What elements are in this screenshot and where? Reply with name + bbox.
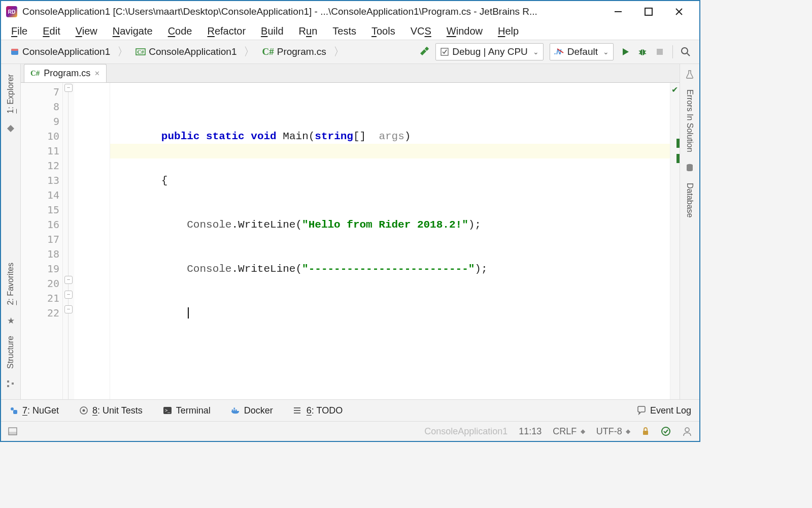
database-tool-button[interactable]: Database xyxy=(685,178,694,223)
dude-icon[interactable] xyxy=(682,426,692,436)
menu-vcs[interactable]: VCS xyxy=(403,23,438,39)
breadcrumb-project-label: ConsoleApplication1 xyxy=(149,46,236,57)
star-icon: ★ xyxy=(6,315,16,326)
svg-line-17 xyxy=(645,53,646,54)
nuget-tool-button[interactable]: 7: NuGet xyxy=(9,405,59,416)
svg-rect-22 xyxy=(7,385,9,387)
svg-rect-18 xyxy=(657,49,663,55)
chevron-right-icon: 〉 xyxy=(117,44,128,59)
svg-rect-8 xyxy=(425,47,429,51)
editor-center: C# Program.cs ✕ 7 8 9 10 11💡 12 13 14 15… xyxy=(21,64,680,399)
build-button[interactable] xyxy=(415,43,432,60)
run-target-dropdown[interactable]: .N Default ⌄ xyxy=(550,43,614,60)
line-number-gutter: 7 8 9 10 11💡 12 13 14 15 16 17 18 19 20 … xyxy=(21,83,63,399)
line-number: 18 xyxy=(21,247,62,262)
structure-tool-button[interactable]: Structure xyxy=(6,331,15,374)
maximize-button[interactable] xyxy=(644,7,654,17)
solution-icon xyxy=(10,47,19,56)
menu-window[interactable]: Window xyxy=(439,23,490,39)
line-number: 21 xyxy=(21,291,62,306)
menu-tests[interactable]: Tests xyxy=(325,23,363,39)
svg-rect-23 xyxy=(12,383,14,385)
svg-rect-9 xyxy=(441,48,448,55)
minimize-button[interactable] xyxy=(613,7,623,17)
code-area[interactable]: public static void Main(string[] args) {… xyxy=(110,83,670,399)
chevron-right-icon: 〉 xyxy=(333,44,345,59)
svg-rect-26 xyxy=(13,410,17,414)
svg-point-19 xyxy=(682,48,688,54)
text-caret xyxy=(188,307,189,319)
menu-refactor[interactable]: Refactor xyxy=(200,23,253,39)
hammer-icon xyxy=(418,46,429,57)
menu-edit[interactable]: Edit xyxy=(36,23,67,39)
line-number: 15 xyxy=(21,203,62,217)
marker[interactable] xyxy=(676,139,680,148)
bug-icon xyxy=(637,47,648,57)
right-tool-rail: Errors In Solution Database xyxy=(680,64,699,399)
database-icon xyxy=(685,163,695,173)
menu-tools[interactable]: Tools xyxy=(364,23,402,39)
breadcrumb-solution[interactable]: ConsoleApplication1 xyxy=(6,44,114,59)
line-number: 13 xyxy=(21,173,62,188)
fold-toggle[interactable]: – xyxy=(64,305,73,313)
menu-help[interactable]: Help xyxy=(491,23,526,39)
play-icon xyxy=(621,47,630,56)
chevron-right-icon: 〉 xyxy=(244,44,255,59)
chevron-down-icon: ⌄ xyxy=(603,48,609,56)
line-number: 16 xyxy=(21,217,62,232)
svg-line-16 xyxy=(639,53,640,54)
line-number: 10 xyxy=(21,129,62,144)
breadcrumb-project[interactable]: C# ConsoleApplication1 xyxy=(131,44,241,59)
toolbar: ConsoleApplication1 〉 C# ConsoleApplicat… xyxy=(1,40,699,64)
left-tool-rail: 1: Explorer 2: Favorites ★ Structure xyxy=(1,64,21,399)
chevron-down-icon: ⌄ xyxy=(533,48,539,56)
line-number: 9 xyxy=(21,114,62,129)
menu-build[interactable]: Build xyxy=(254,23,290,39)
explorer-tool-button[interactable]: 1: Explorer xyxy=(6,69,15,118)
debug-button[interactable] xyxy=(634,43,651,60)
breadcrumb-file-label: Program.cs xyxy=(277,46,326,57)
marker[interactable] xyxy=(676,154,680,163)
fold-toggle[interactable]: – xyxy=(64,84,73,92)
ide-window: RD ConsoleApplication1 [C:\Users\maart\D… xyxy=(0,0,700,442)
build-config-dropdown[interactable]: Debug | Any CPU ⌄ xyxy=(435,43,544,60)
svg-point-42 xyxy=(685,428,689,432)
config-icon xyxy=(440,47,449,56)
breadcrumb-file[interactable]: C# Program.cs xyxy=(258,44,330,59)
flask-icon xyxy=(685,69,695,79)
svg-line-14 xyxy=(639,51,640,51)
svg-rect-1 xyxy=(645,8,652,15)
fold-toggle[interactable]: – xyxy=(64,276,73,284)
code-editor[interactable]: 7 8 9 10 11💡 12 13 14 15 16 17 18 19 20 … xyxy=(21,83,680,399)
run-button[interactable] xyxy=(617,43,634,60)
fold-gutter: – – – – xyxy=(63,83,74,399)
csharp-file-icon: C# xyxy=(30,69,40,78)
error-stripe[interactable]: ✔ xyxy=(670,83,680,399)
menu-view[interactable]: View xyxy=(69,23,105,39)
titlebar: RD ConsoleApplication1 [C:\Users\maart\D… xyxy=(1,1,699,22)
tab-program-cs[interactable]: C# Program.cs ✕ xyxy=(24,64,107,82)
nuget-icon xyxy=(9,406,18,415)
line-number: 22 xyxy=(21,306,62,321)
search-button[interactable] xyxy=(677,43,694,60)
menu-run[interactable]: Run xyxy=(292,23,325,39)
menu-navigate[interactable]: Navigate xyxy=(106,23,160,39)
fold-toggle[interactable]: – xyxy=(64,291,73,299)
errors-tool-button[interactable]: Errors In Solution xyxy=(685,84,694,157)
svg-rect-39 xyxy=(9,432,17,435)
menu-file[interactable]: File xyxy=(4,23,35,39)
menu-code[interactable]: Code xyxy=(161,23,199,39)
line-number: 20 xyxy=(21,276,62,291)
statusbar-panels-icon[interactable] xyxy=(8,427,17,435)
close-tab-icon[interactable]: ✕ xyxy=(94,70,100,77)
line-number: 11💡 xyxy=(21,144,62,158)
window-title: ConsoleApplication1 [C:\Users\maart\Desk… xyxy=(22,6,613,17)
editor-body: 1: Explorer 2: Favorites ★ Structure C# … xyxy=(1,64,699,399)
favorites-tool-button[interactable]: 2: Favorites xyxy=(6,258,15,310)
svg-rect-21 xyxy=(7,380,9,383)
editor-tabs: C# Program.cs ✕ xyxy=(21,64,680,83)
close-button[interactable] xyxy=(674,7,684,17)
search-icon xyxy=(681,47,691,57)
stop-button[interactable] xyxy=(651,43,668,60)
svg-rect-5 xyxy=(11,49,18,51)
